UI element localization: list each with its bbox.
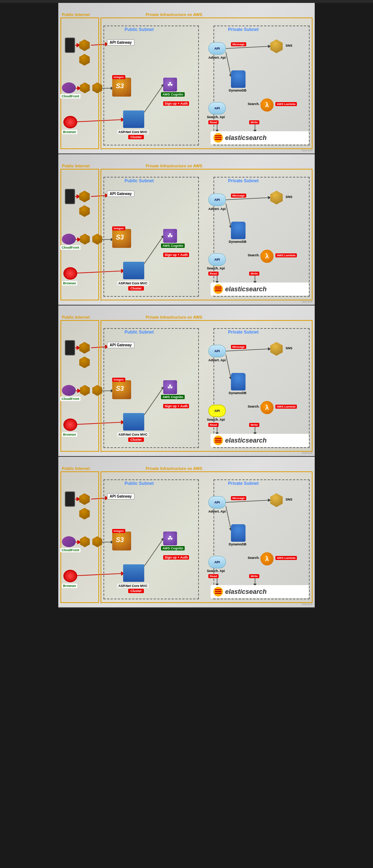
private-infra-label: Private Infrastructure on AWS [146, 164, 202, 168]
images-badge: Images [112, 75, 125, 79]
cloudfront-label: CloudFront [60, 94, 81, 98]
write-badge: Write [249, 423, 259, 427]
sign-up-auth-badge: Sign up + Auth [163, 253, 189, 257]
phone-icon [65, 340, 75, 355]
sign-up-auth-badge: Sign up + Auth [163, 101, 189, 106]
mvc-cluster-icon [123, 110, 144, 128]
cloudfront-icon [62, 536, 76, 547]
advert-api-label: Advert. Api [208, 207, 226, 211]
private-subnet-region [213, 479, 310, 599]
private-subnet-region [213, 177, 310, 297]
sns-label: SNS [286, 44, 292, 47]
public-subnet-label: Public Subnet [125, 178, 154, 183]
mvc-cluster-icon [123, 564, 144, 582]
message-badge: Message [231, 496, 246, 500]
s3-text: S3 [116, 385, 124, 393]
cloudfront-label: CloudFront [60, 245, 81, 250]
cluster-label: Cluster [128, 135, 144, 139]
watermark: SideSoft [302, 451, 313, 455]
watermark: SideSoft [302, 603, 313, 606]
search-api-cloud: API [208, 102, 226, 114]
read-badge: Read [208, 120, 219, 124]
diagram-frame-1: Public InternetPrivate Infrastructure on… [58, 3, 315, 154]
api-gateway-label: API Gateway [107, 342, 134, 348]
private-infra-label: Private Infrastructure on AWS [146, 315, 202, 319]
message-badge: Message [231, 194, 246, 198]
cluster-label: Cluster [128, 286, 144, 291]
cloudfront-label: CloudFront [60, 548, 81, 552]
asp-label: ASP.Net Core MVC [117, 281, 149, 285]
search-api-label: Search. Api [207, 115, 225, 119]
lambda-icon: λ [260, 98, 274, 112]
cluster-label: Cluster [128, 437, 144, 442]
cognito-icon: ☘ [163, 532, 177, 545]
write-badge: Write [249, 120, 259, 124]
private-subnet-label: Private Subnet [228, 27, 259, 32]
asp-label: ASP.Net Core MVC [117, 130, 149, 134]
elasticsearch-bar: elasticsearch [211, 434, 309, 447]
private-subnet-label: Private Subnet [228, 330, 259, 335]
mvc-cluster-icon [123, 413, 144, 431]
advert-api-label: Advert. Api [208, 56, 226, 59]
browser-label: Browser [62, 584, 77, 588]
api-gateway-label: API Gateway [107, 191, 134, 197]
lambda-icon: λ [260, 250, 274, 263]
s3-text: S3 [116, 234, 124, 241]
advert-api-cloud: API [208, 496, 226, 509]
cloudfront-icon [62, 234, 76, 245]
aws-cognito-label: AWS Cognito [161, 244, 185, 248]
browser-icon [63, 267, 77, 280]
write-badge: Write [249, 574, 259, 578]
search-api-label: Search. Api [207, 569, 225, 573]
dynamodb-icon [231, 524, 246, 542]
browser-label: Browser [62, 281, 77, 285]
lambda-icon: λ [260, 401, 274, 414]
asp-label: ASP.Net Core MVC [117, 432, 149, 437]
sign-up-auth-badge: Sign up + Auth [163, 404, 189, 408]
browser-label: Browser [62, 130, 77, 134]
search-api-label: Search. Api [207, 266, 225, 270]
images-badge: Images [112, 226, 125, 230]
private-infra-label: Private Infrastructure on AWS [146, 466, 202, 471]
cloudfront-label: CloudFront [60, 397, 81, 401]
aws-cognito-label: AWS Cognito [161, 546, 185, 550]
diagram-frame-3: Public InternetPrivate Infrastructure on… [58, 305, 315, 457]
aws-lambda-badge: AWS Lambda [275, 556, 297, 560]
public-internet-label: Public Internet [62, 12, 90, 17]
message-badge: Message [231, 42, 246, 46]
search-api-label: Search. Api [207, 418, 225, 421]
images-badge: Images [112, 529, 125, 533]
dynamodb-icon [231, 222, 246, 239]
diagram-frame-2: Public InternetPrivate Infrastructure on… [58, 154, 315, 305]
diagram-frame-4: Public InternetPrivate Infrastructure on… [58, 457, 315, 608]
read-badge: Read [208, 423, 219, 427]
public-subnet-label: Public Subnet [125, 481, 154, 486]
asp-label: ASP.Net Core MVC [117, 584, 149, 588]
browser-icon [63, 116, 77, 128]
file-info [0, 0, 373, 3]
advert-api-cloud: API [208, 42, 226, 55]
dynamodb-icon [231, 373, 246, 390]
cluster-label: Cluster [128, 589, 144, 593]
lambda-icon: λ [260, 552, 274, 565]
cognito-icon: ☘ [163, 229, 177, 243]
read-badge: Read [208, 574, 219, 578]
s3-text: S3 [116, 536, 124, 544]
advert-api-cloud: API [208, 194, 226, 206]
sign-up-auth-badge: Sign up + Auth [163, 555, 189, 560]
private-subnet-region [213, 26, 310, 145]
dynamodb-label: DynamoDB [229, 542, 247, 546]
write-badge: Write [249, 272, 259, 276]
sns-label: SNS [286, 346, 292, 350]
cognito-icon: ☘ [163, 78, 177, 92]
dynamodb-label: DynamoDB [229, 89, 247, 92]
phone-icon [65, 38, 75, 53]
public-internet-label: Public Internet [62, 315, 90, 319]
public-internet-label: Public Internet [62, 466, 90, 471]
public-subnet-label: Public Subnet [125, 330, 154, 335]
public-subnet-label: Public Subnet [125, 27, 154, 32]
browser-icon [63, 419, 77, 431]
search-api-cloud: API [208, 253, 226, 266]
sns-label: SNS [286, 498, 292, 501]
search-api-cloud: API [208, 556, 226, 568]
